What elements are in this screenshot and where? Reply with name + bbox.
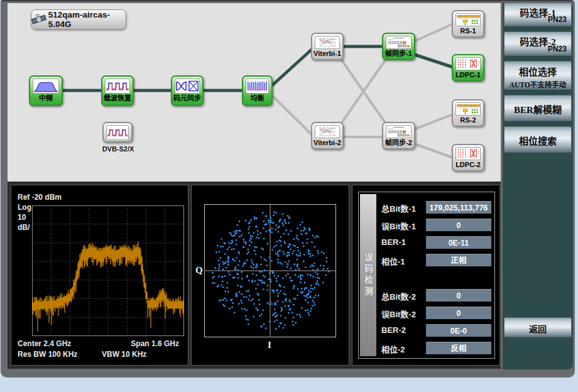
total-bits-2-label: 总Bit数-2 <box>381 290 416 302</box>
spectrum-trace-plot <box>32 205 184 336</box>
node-frame-sync-1[interactable]: 帧同步-1 <box>382 33 415 60</box>
node-label: RS-1 <box>460 26 476 36</box>
phase-1-label: 相位-1 <box>381 255 405 267</box>
node-label: LDPC-2 <box>455 160 481 170</box>
node-label: Viterbi-1 <box>314 49 341 58</box>
satellite-icon <box>31 11 46 28</box>
frame-structure-icon <box>386 125 412 138</box>
constellation-panel: Q I <box>191 185 349 366</box>
equalizer-bars-icon <box>246 79 269 94</box>
i-axis-label: I <box>268 340 271 351</box>
error-panel-border: 误码检测 总Bit数-1 179,025,113,776 误Bit数-1 0 B… <box>358 192 495 359</box>
error-panel-title-strip: 误码检测 <box>360 194 376 356</box>
button-label: 相位搜索 <box>504 134 571 147</box>
error-bits-1-label: 误Bit数-1 <box>381 220 416 232</box>
error-panel-title: 误码检测 <box>362 253 374 298</box>
q-axis-label: Q <box>195 265 203 276</box>
phase-2-value: 反相 <box>426 342 491 354</box>
center-freq-label: Center 2.4 GHz <box>18 339 71 348</box>
rbw-label: Res BW 100 KHz <box>18 350 77 359</box>
frame-structure-icon <box>386 36 412 49</box>
processing-chain-diagram: 512qam-aircas-5.04G 中频 载波恢复 <box>8 3 501 182</box>
button-label: 相位选择 <box>504 65 571 78</box>
node-frame-sync-2[interactable]: 帧同步-2 <box>382 122 415 150</box>
node-ldpc-2[interactable]: LDPC-2 <box>452 144 484 172</box>
node-label: 帧同步-2 <box>385 138 412 148</box>
node-label: 帧同步-1 <box>385 49 412 58</box>
application-window: 512qam-aircas-5.04G 中频 载波恢复 <box>0 0 578 392</box>
node-if[interactable]: 中频 <box>29 75 63 106</box>
ldpc-matrix-icon <box>455 147 481 160</box>
ref-level-label: Ref -20 dBm <box>18 193 62 202</box>
error-bits-2-label: 误Bit数-2 <box>381 308 416 320</box>
error-detection-panel: 误码检测 总Bit数-1 179,025,113,776 误Bit数-1 0 B… <box>352 185 500 366</box>
square-wave-icon <box>106 125 129 140</box>
rs-shift-register-icon <box>455 102 481 116</box>
phase-select-button[interactable]: 相位选择 AUTO不支持手动 <box>504 61 572 90</box>
node-viterbi-2[interactable]: Viterbi-2 <box>311 122 344 150</box>
ber-2-label: BER-2 <box>381 325 406 335</box>
phase-mode-value: AUTO不支持手动 <box>504 79 571 89</box>
spectrum-analyzer-panel: Ref -20 dBm Log 10 dB/ Center 2.4 GHz Sp… <box>11 185 188 366</box>
node-label: 载波恢复 <box>104 94 131 103</box>
total-bits-2-value: 0 <box>426 289 491 302</box>
node-label: 中频 <box>39 94 53 103</box>
trellis-icon <box>315 125 340 138</box>
error-bits-2-value: 0 <box>426 307 491 319</box>
node-dvb-s2x[interactable] <box>102 122 133 143</box>
total-bits-1-value: 179,025,113,776 <box>426 201 491 214</box>
vbw-label: VBW 10 KHz <box>102 350 146 359</box>
node-rs-1[interactable]: RS-1 <box>452 10 484 38</box>
phase-search-button[interactable]: 相位搜索 <box>504 126 572 153</box>
error-bits-1-value: 0 <box>426 219 491 231</box>
ldpc-matrix-icon <box>455 57 481 70</box>
scale-label: 10 <box>18 213 26 222</box>
ber-disambiguation-button[interactable]: BER解模糊 <box>504 95 572 121</box>
db-per-div-label: dB/ <box>18 223 30 232</box>
rs-shift-register-icon <box>455 13 481 26</box>
node-label: 均衡 <box>251 94 264 103</box>
total-bits-1-label: 总Bit数-1 <box>381 202 416 214</box>
trellis-icon <box>315 36 340 49</box>
spectrum-shape-icon <box>33 79 59 94</box>
span-label: Span 1.6 GHz <box>131 339 179 348</box>
code-select-2-button[interactable]: 码选择-2 PN23 <box>504 31 572 56</box>
pn-code-1-value: PN23 <box>548 15 567 24</box>
node-symbol-sync[interactable]: 码元同步 <box>171 75 204 106</box>
constellation-plot <box>204 204 336 337</box>
back-button[interactable]: 返回 <box>504 317 572 337</box>
ber-2-value: 0E-0 <box>426 324 491 337</box>
sidebar-menu: 码选择-1 PN23 码选择-2 PN23 相位选择 AUTO不支持手动 BER… <box>503 3 573 369</box>
node-equalizer[interactable]: 均衡 <box>242 75 273 106</box>
button-label: BER解模糊 <box>504 102 571 116</box>
node-label: Viterbi-2 <box>314 138 341 148</box>
node-label-dvb: DVB-S2/X <box>99 145 137 153</box>
ber-1-label: BER-1 <box>381 237 406 247</box>
node-viterbi-1[interactable]: Viterbi-1 <box>311 33 344 60</box>
node-label: LDPC-1 <box>455 70 481 80</box>
signal-select-button[interactable]: 512qam-aircas-5.04G <box>31 9 126 30</box>
display-panels-row: Ref -20 dBm Log 10 dB/ Center 2.4 GHz Sp… <box>8 182 501 369</box>
log-label: Log <box>18 203 31 212</box>
button-label: 返回 <box>504 322 571 335</box>
phase-1-value: 正相 <box>426 254 491 266</box>
node-ldpc-1[interactable]: LDPC-1 <box>452 54 484 82</box>
ber-1-value: 0E-11 <box>426 236 491 249</box>
node-carrier-recovery[interactable]: 载波恢复 <box>101 75 134 106</box>
square-wave-icon <box>105 79 130 94</box>
node-rs-2[interactable]: RS-2 <box>452 99 484 127</box>
eye-diagram-icon <box>175 79 200 94</box>
code-select-1-button[interactable]: 码选择-1 PN23 <box>504 3 572 26</box>
node-label: 码元同步 <box>173 94 201 103</box>
signal-name-label: 512qam-aircas-5.04G <box>48 10 126 29</box>
node-label: RS-2 <box>460 116 476 125</box>
window-frame: 512qam-aircas-5.04G 中频 载波恢复 <box>1 0 575 378</box>
phase-2-label: 相位-2 <box>381 343 405 355</box>
pn-code-2-value: PN23 <box>548 45 567 53</box>
